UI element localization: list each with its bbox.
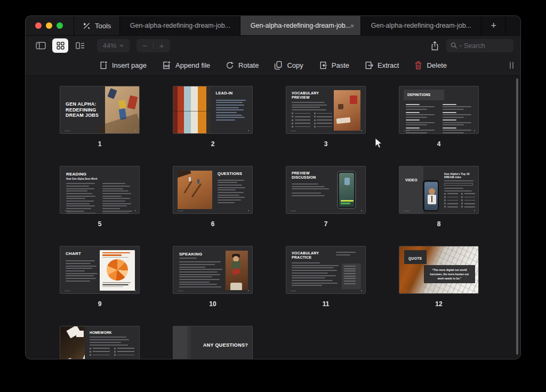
quote-text: “The more digital our world becomes, the… xyxy=(424,265,475,283)
tabs-region: Gen-alpha-redefining-dream-job... Gen-al… xyxy=(119,16,520,35)
tools-label: Tools xyxy=(95,22,111,30)
page-cell-7: PREVIEW DISCUSSION 7 xyxy=(286,166,366,228)
shadows-photo xyxy=(178,171,212,209)
speaking-list xyxy=(179,261,224,287)
delete-trash-icon xyxy=(414,61,422,70)
practice-list xyxy=(292,262,341,286)
page-thumbnail-12[interactable]: QUOTE “The more digital our world become… xyxy=(399,246,479,294)
page-thumbnail-14[interactable]: ANY QUESTIONS? xyxy=(173,326,253,359)
slide-title: HOMEWORK xyxy=(90,331,134,334)
page-thumbnail-4[interactable]: DEFINITIONS xyxy=(399,86,479,134)
page-cell-8: VIDEO Gen Alpha's Top 10 DREAM Jobs xyxy=(399,166,479,228)
close-window-button[interactable] xyxy=(35,22,42,29)
sidebar-icon xyxy=(36,42,46,50)
search-field[interactable] xyxy=(446,39,513,52)
slide-title: PREVIEW DISCUSSION xyxy=(292,171,324,180)
tab-title: Gen-alpha-redefining-dream-job... xyxy=(130,22,230,29)
slide-title: VOCABULARY PRACTICE xyxy=(292,251,330,260)
page-thumbnail-7[interactable]: PREVIEW DISCUSSION xyxy=(286,166,366,214)
zoom-out-button[interactable]: − xyxy=(136,39,153,52)
document-tab-2-active[interactable]: Gen-alpha-redefining-dream-job... × xyxy=(240,16,361,35)
page-grid: GEN ALPHA: REDEFINING DREAM JOBS 1 LEAD-… xyxy=(60,86,479,359)
minimize-window-button[interactable] xyxy=(46,22,52,29)
lockers-photo xyxy=(173,86,211,133)
definitions-column-left xyxy=(406,104,436,134)
page-cell-3: VOCABULARY PREVIEW 3 xyxy=(286,86,366,148)
paste-button[interactable]: Paste xyxy=(319,61,349,70)
vocab-checklist-left xyxy=(292,113,310,129)
zoom-level-dropdown[interactable]: 44% xyxy=(97,39,130,52)
page-number: 3 xyxy=(286,140,366,148)
page-thumbnail-6[interactable]: QUESTIONS xyxy=(173,166,253,214)
page-number: 4 xyxy=(399,140,479,148)
page-thumbnail-13[interactable]: HOMEWORK xyxy=(60,326,140,359)
reader-photo xyxy=(226,251,248,290)
page-cell-6: QUESTIONS 6 xyxy=(173,166,253,228)
thumbnail-grid-view-button[interactable] xyxy=(52,38,68,53)
sidebar-toggle-button[interactable] xyxy=(33,38,49,53)
page-thumbnail-1[interactable]: GEN ALPHA: REDEFINING DREAM JOBS xyxy=(60,86,140,134)
page-thumbnail-9[interactable]: CHART xyxy=(60,246,140,294)
copy-icon xyxy=(274,61,283,70)
search-options-chevron-icon xyxy=(459,45,462,47)
list-view-icon xyxy=(76,42,85,50)
share-button[interactable] xyxy=(431,41,439,51)
append-file-button[interactable]: PDF Append file xyxy=(162,61,210,70)
page-thumbnail-10[interactable]: SPEAKING xyxy=(173,246,253,294)
video-link-box xyxy=(444,183,473,186)
page-cell-14: ANY QUESTIONS? 14 xyxy=(173,326,253,359)
body-text-lines xyxy=(292,183,331,189)
vertical-scrollbar[interactable] xyxy=(516,78,518,355)
insert-page-icon xyxy=(99,61,108,70)
page-thumbnail-8[interactable]: VIDEO Gen Alpha's Top 10 DREAM Jobs xyxy=(399,166,479,214)
delete-button[interactable]: Delete xyxy=(414,61,447,70)
zoom-in-button[interactable]: + xyxy=(154,39,170,52)
action-label: Copy xyxy=(287,61,303,69)
page-number: 5 xyxy=(60,220,140,228)
page-list-view-button[interactable] xyxy=(72,38,88,53)
copy-button[interactable]: Copy xyxy=(274,61,303,70)
extract-icon xyxy=(365,61,373,70)
homework-blanks-right xyxy=(114,348,134,358)
slide-title: READING xyxy=(66,172,133,177)
page-number: 1 xyxy=(60,140,140,148)
desk-photo xyxy=(334,90,360,131)
grid-view-icon xyxy=(57,42,65,50)
page-cell-10: SPEAKING 10 xyxy=(173,246,253,308)
reading-column-left xyxy=(66,183,98,214)
page-cell-4: DEFINITIONS 4 xyxy=(399,86,479,148)
document-tab-3[interactable]: Gen-alpha-redefining-dream-job... xyxy=(361,16,481,35)
new-tab-button[interactable]: + xyxy=(481,16,506,35)
pdf-app-window: Tools Gen-alpha-redefining-dream-job... … xyxy=(26,16,520,359)
share-icon xyxy=(431,41,439,51)
chart-questions-list xyxy=(66,260,99,282)
action-label: Paste xyxy=(332,61,349,69)
page-number: 8 xyxy=(399,220,479,228)
questions-list xyxy=(218,180,247,203)
page-number: 11 xyxy=(286,300,366,308)
toolbar-resize-handle[interactable] xyxy=(510,62,513,69)
slide-subtitle: How Gen Alpha Sees Work xyxy=(66,178,133,180)
action-label: Delete xyxy=(427,61,447,69)
cover-photo xyxy=(105,86,139,133)
insert-page-button[interactable]: Insert page xyxy=(99,61,147,70)
document-tab-1[interactable]: Gen-alpha-redefining-dream-job... xyxy=(120,16,240,35)
body-text-lines xyxy=(444,188,475,191)
zoom-window-button[interactable] xyxy=(57,22,63,29)
extract-button[interactable]: Extract xyxy=(365,61,399,70)
page-cell-5: READING How Gen Alpha Sees Work 5 xyxy=(60,166,140,228)
page-thumbnail-5[interactable]: READING How Gen Alpha Sees Work xyxy=(60,166,140,214)
slide-title: GEN ALPHA: REDEFINING DREAM JOBS xyxy=(66,101,100,118)
page-thumbnail-11[interactable]: VOCABULARY PRACTICE xyxy=(286,246,366,294)
search-input[interactable] xyxy=(464,42,505,50)
tools-icon xyxy=(83,22,91,30)
rotate-icon xyxy=(226,61,234,70)
page-thumbnail-2[interactable]: LEAD-IN xyxy=(173,86,253,134)
definitions-column-right xyxy=(443,104,473,134)
close-tab-icon[interactable]: × xyxy=(350,22,355,29)
page-number: 6 xyxy=(173,220,253,228)
page-thumbnail-3[interactable]: VOCABULARY PREVIEW xyxy=(286,86,366,134)
rotate-button[interactable]: Rotate xyxy=(226,61,259,70)
page-cell-12: QUOTE “The more digital our world become… xyxy=(399,246,479,308)
tools-button[interactable]: Tools xyxy=(74,16,119,35)
